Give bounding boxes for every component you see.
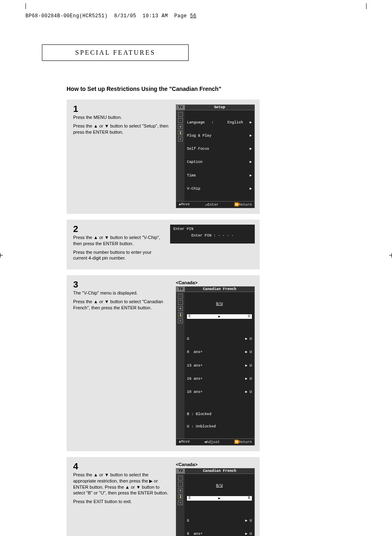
- osd-canadian-french-3: TV Canadian French □ ♪ ▤ ⌛ ⚙ B/U: [176, 286, 255, 446]
- sound-icon: ♪: [178, 118, 183, 123]
- osd-menu-list: Language :English ▶ Plug & Play▶ Self Fo…: [184, 110, 254, 201]
- step-1: 1 Press the MENU button. Press the ▲ or …: [67, 100, 260, 214]
- picture-icon: □: [178, 112, 183, 117]
- setup-icon: ⚙: [178, 318, 183, 323]
- osd-footer-adjust: ◀Adjust: [204, 440, 220, 444]
- osd-footer-return: ⏪Return: [234, 202, 252, 207]
- print-slug: BP68-00284B-00Eng(HCR5251) 8/31/05 10:13…: [0, 12, 392, 20]
- bu-header: B/U: [187, 302, 252, 306]
- step-3-line-1: The "V-Chip" menu is displayed.: [73, 290, 169, 296]
- step-2: 2 Press the ▲ or ▼ button to select "V-C…: [67, 220, 260, 269]
- step-number: 1: [73, 104, 169, 114]
- osd-setup: TV Setup □ ♪ ▤ ⌛ ⚙ Language :English ▶ P…: [176, 104, 255, 208]
- osd-row-highlight: E▶U: [187, 314, 252, 319]
- osd-side-icons: □ ♪ ▤ ⌛ ⚙: [176, 110, 184, 201]
- step-3-line-2: Press the ▲ or ▼ button to select "Canad…: [73, 299, 169, 311]
- step-2-line-2: Press the number buttons to enter your c…: [73, 249, 164, 262]
- osd-title: Canadian French: [185, 469, 254, 473]
- step-number: 3: [73, 280, 169, 289]
- osd-menu-list: B/U E▶U G▶ U 8 ans+▶ U 13 ans+▶ U 16 ans…: [184, 292, 254, 439]
- slug-file: BP68-00284B-00Eng(HCR5251): [25, 13, 108, 19]
- bu-header: B/U: [187, 484, 252, 488]
- osd-side-icons: □ ♪ ▤ ⌛ ⚙: [176, 474, 184, 536]
- step-4: 4 Press the ▲ or ▼ button to select the …: [67, 457, 260, 536]
- channel-icon: ▤: [178, 124, 183, 129]
- osd-menu-list: B/U E▶B G▶ U 8 ans+▶ U 13 ans+▶ U 16 ans…: [184, 474, 254, 536]
- legend-unblocked: U : Unblocked: [187, 425, 252, 429]
- legend-blocked: B : Blocked: [187, 412, 252, 416]
- osd-side-icons: □ ♪ ▤ ⌛ ⚙: [176, 292, 184, 439]
- setup-icon: ⚙: [178, 500, 183, 505]
- osd-tab: TV: [176, 287, 185, 292]
- osd-footer-move: ▲Move: [179, 202, 190, 207]
- timer-icon: ⌛: [178, 312, 183, 317]
- osd-canadian-french-4: TV Canadian French □ ♪ ▤ ⌛ ⚙ B/U: [176, 468, 255, 536]
- osd-enter-pin: Enter PIN Enter PIN : - - - -: [170, 225, 255, 244]
- picture-icon: □: [178, 476, 183, 480]
- osd-row-highlight: E▶B: [187, 496, 252, 501]
- setup-icon: ⚙: [178, 137, 183, 142]
- registration-mark-left: [0, 250, 1, 261]
- canada-label: <Canada>: [176, 462, 255, 467]
- osd-footer-enter: ↵Enter: [205, 202, 219, 207]
- section-header: SPECIAL FEATURES: [42, 44, 189, 61]
- channel-icon: ▤: [178, 306, 183, 311]
- slug-page: 56: [190, 13, 196, 19]
- timer-icon: ⌛: [178, 494, 183, 499]
- osd-title: Setup: [185, 105, 254, 110]
- step-3: 3 The "V-Chip" menu is displayed. Press …: [67, 275, 260, 451]
- pin-line: Enter PIN : - - - -: [173, 234, 251, 238]
- step-4-line-1: Press the ▲ or ▼ button to select the ap…: [73, 472, 169, 496]
- page-title: How to Set up Restrictions Using the "Ca…: [67, 86, 260, 92]
- step-2-line-1: Press the ▲ or ▼ button to select "V-Chi…: [73, 234, 164, 247]
- osd-tab: TV: [176, 469, 185, 473]
- step-number: 2: [73, 225, 164, 234]
- picture-icon: □: [178, 294, 183, 299]
- step-1-line-1: Press the MENU button.: [73, 114, 169, 121]
- channel-icon: ▤: [178, 488, 183, 493]
- step-1-line-2: Press the ▲ or ▼ button to select "Setup…: [73, 123, 169, 135]
- step-number: 4: [73, 462, 169, 471]
- step-4-line-2: Press the EXIT button to exit.: [73, 499, 169, 505]
- pin-title: Enter PIN: [173, 227, 251, 231]
- osd-tab: TV: [176, 105, 185, 110]
- sound-icon: ♪: [178, 482, 183, 487]
- osd-footer-move: ▲Move: [179, 440, 190, 444]
- osd-footer-return: ⏪Return: [234, 440, 252, 444]
- sound-icon: ♪: [178, 300, 183, 305]
- slug-page-prefix: Page: [174, 13, 190, 19]
- canada-label: <Canada>: [176, 280, 255, 285]
- slug-date: 8/31/05: [114, 13, 136, 19]
- slug-time: 10:13 AM: [143, 13, 168, 19]
- timer-icon: ⌛: [178, 130, 183, 135]
- osd-title: Canadian French: [185, 287, 254, 292]
